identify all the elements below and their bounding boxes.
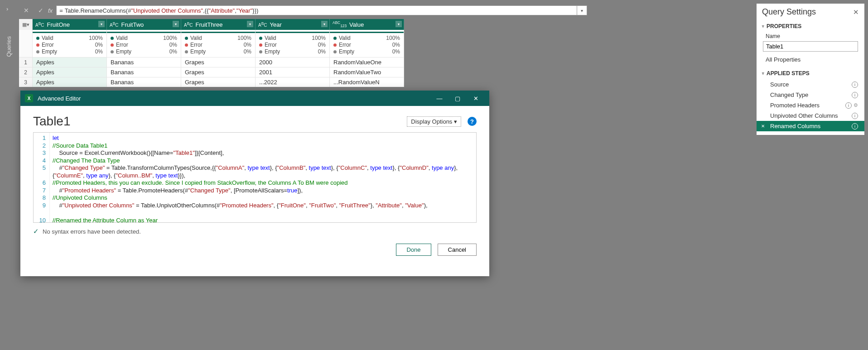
close-panel-icon[interactable]: ✕: [853, 8, 859, 16]
table-row[interactable]: 1ApplesBananasGrapes2000RandomValueOne: [19, 57, 404, 67]
step-label: Promoted Headers: [770, 102, 820, 109]
info-icon[interactable]: i: [852, 123, 858, 129]
column-quality-row: Valid100% Error0% Empty0% Valid100% Erro…: [19, 30, 404, 57]
applied-steps-header[interactable]: ▿APPLIED STEPS: [757, 67, 864, 79]
formula-expand-icon[interactable]: ▾: [577, 5, 587, 15]
display-options-dropdown[interactable]: Display Options ▾: [407, 116, 461, 127]
expand-queries-icon[interactable]: ›: [6, 5, 8, 12]
step-label: Unpivoted Other Columns: [770, 112, 838, 119]
applied-step[interactable]: Sourcei: [757, 79, 864, 90]
step-label: Renamed Columns: [770, 123, 820, 129]
formula-input[interactable]: = Table.RenameColumns(# "Unpivoted Other…: [56, 5, 577, 15]
info-icon[interactable]: i: [852, 92, 858, 98]
valid-dot-icon: [36, 37, 39, 40]
advanced-editor-dialog: X Advanced Editor — ▢ ✕ Table1 Display O…: [20, 91, 489, 276]
quality-cell: Valid100% Error0% Empty0%: [256, 30, 330, 57]
accept-formula-icon[interactable]: ✓: [36, 6, 45, 15]
cell[interactable]: RandomValueTwo: [330, 67, 404, 77]
column-header-fruitthree[interactable]: ABCFruitThree▾: [181, 19, 256, 30]
done-button[interactable]: Done: [396, 244, 431, 256]
info-icon[interactable]: i: [852, 113, 858, 119]
applied-step[interactable]: Unpivoted Other Columnsi: [757, 110, 864, 121]
cell[interactable]: 2001: [256, 67, 330, 77]
error-dot-icon: [36, 43, 39, 47]
cell[interactable]: Bananas: [107, 58, 181, 67]
cancel-formula-icon[interactable]: ✕: [22, 6, 31, 15]
applied-step[interactable]: Renamed Columnsi: [757, 121, 864, 131]
empty-dot-icon: [36, 50, 39, 53]
row-number[interactable]: 1: [19, 58, 33, 67]
type-any-icon: ABC123: [333, 20, 347, 28]
filter-icon[interactable]: ▾: [247, 21, 253, 27]
column-header-fruitone[interactable]: ABCFruitOne▾: [33, 19, 107, 30]
check-icon: ✓: [33, 227, 39, 235]
formula-bar: ✕ ✓ fx = Table.RenameColumns(# "Unpivote…: [19, 5, 587, 16]
row-number[interactable]: 2: [19, 67, 33, 77]
quality-cell: Valid100% Error0% Empty0%: [33, 30, 107, 57]
table-icon[interactable]: ▦▾: [19, 19, 33, 30]
editor-table-name: Table1: [33, 114, 407, 129]
step-label: Changed Type: [770, 91, 808, 98]
syntax-status: ✓ No syntax errors have been detected.: [20, 223, 489, 240]
cell[interactable]: Grapes: [181, 77, 256, 87]
filter-icon[interactable]: ▾: [395, 21, 402, 27]
row-number[interactable]: 3: [19, 77, 33, 87]
code-editor[interactable]: 12345678910 let//Source Data Table1 Sour…: [33, 132, 477, 223]
applied-step[interactable]: Changed Typei: [757, 90, 864, 100]
cell[interactable]: Bananas: [107, 77, 181, 87]
cell[interactable]: 2000: [256, 58, 330, 67]
cell[interactable]: ...2022: [256, 77, 330, 87]
help-icon[interactable]: ?: [468, 117, 477, 126]
fx-label: fx: [48, 7, 53, 14]
queries-sidebar: › Queries: [0, 0, 19, 350]
column-header-fruittwo[interactable]: ABCFruitTwo▾: [107, 19, 181, 30]
data-grid: ▦▾ ABCFruitOne▾ ABCFruitTwo▾ ABCFruitThr…: [19, 19, 404, 87]
query-name-input[interactable]: [763, 41, 858, 52]
query-settings-panel: Query Settings ✕ ▿PROPERTIES Name All Pr…: [757, 4, 864, 135]
dialog-title: Advanced Editor: [38, 95, 430, 102]
quality-cell: Valid100% Error0% Empty0%: [107, 30, 181, 57]
cell[interactable]: Grapes: [181, 58, 256, 67]
step-label: Source: [770, 81, 789, 88]
table-row[interactable]: 2ApplesBananasGrapes2001RandomValueTwo: [19, 67, 404, 77]
all-properties-link[interactable]: All Properties: [757, 54, 864, 67]
grid-header: ▦▾ ABCFruitOne▾ ABCFruitTwo▾ ABCFruitThr…: [19, 19, 404, 30]
cell[interactable]: Apples: [33, 67, 107, 77]
info-icon[interactable]: i: [852, 82, 858, 88]
cell[interactable]: Apples: [33, 77, 107, 87]
cell[interactable]: ...RandomValueN: [330, 77, 404, 87]
cancel-button[interactable]: Cancel: [438, 244, 477, 256]
type-text-icon: ABC: [258, 21, 267, 28]
properties-header[interactable]: ▿PROPERTIES: [757, 20, 864, 32]
name-label: Name: [757, 32, 864, 40]
line-gutter: 12345678910: [34, 133, 50, 222]
cell[interactable]: Apples: [33, 58, 107, 67]
gear-icon[interactable]: ⚙: [854, 102, 858, 108]
applied-step[interactable]: Promoted Headersi⚙: [757, 100, 864, 110]
cell[interactable]: Bananas: [107, 67, 181, 77]
type-text-icon: ABC: [35, 21, 44, 28]
table-row[interactable]: 3ApplesBananasGrapes...2022...RandomValu…: [19, 77, 404, 87]
minimize-button[interactable]: —: [430, 91, 448, 106]
quality-cell: Valid100% Error0% Empty0%: [330, 30, 404, 57]
column-header-year[interactable]: ABCYear▾: [256, 19, 330, 30]
query-settings-title: Query Settings ✕: [757, 4, 864, 20]
queries-label: Queries: [5, 36, 12, 57]
info-icon[interactable]: i: [845, 102, 852, 109]
quality-cell: Valid100% Error0% Empty0%: [181, 30, 256, 57]
dialog-titlebar[interactable]: X Advanced Editor — ▢ ✕: [20, 91, 489, 106]
excel-icon: X: [25, 94, 33, 102]
code-body[interactable]: let//Source Data Table1 Source = Excel.C…: [50, 133, 476, 222]
filter-icon[interactable]: ▾: [98, 21, 105, 27]
column-header-value[interactable]: ABC123Value▾: [330, 19, 404, 30]
maximize-button[interactable]: ▢: [448, 91, 467, 106]
cell[interactable]: RandomValueOne: [330, 58, 404, 67]
type-text-icon: ABC: [110, 21, 118, 28]
close-button[interactable]: ✕: [467, 91, 485, 106]
cell[interactable]: Grapes: [181, 67, 256, 77]
type-text-icon: ABC: [184, 21, 193, 28]
filter-icon[interactable]: ▾: [321, 21, 328, 27]
filter-icon[interactable]: ▾: [173, 21, 179, 27]
